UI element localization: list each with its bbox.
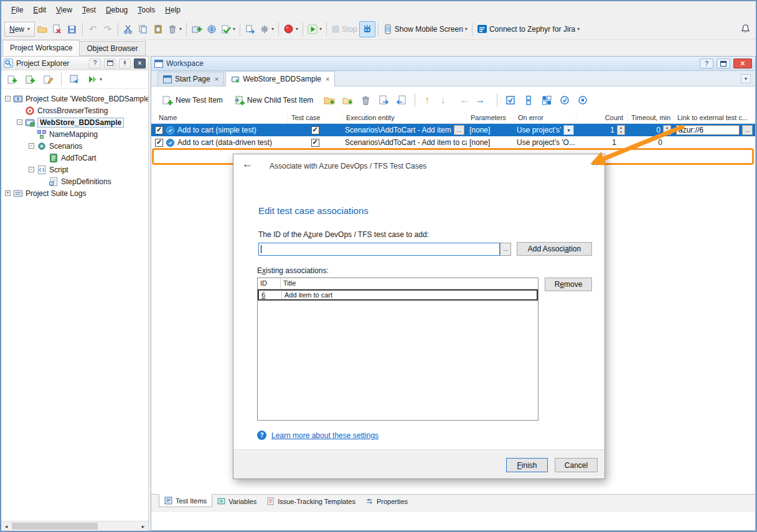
run-dropdown-caret[interactable]: ▾ — [319, 26, 322, 32]
close-tab-icon[interactable]: × — [326, 76, 329, 83]
learn-more-link[interactable]: Learn more about these settings — [271, 431, 378, 440]
collapse-icon[interactable]: - — [29, 143, 34, 149]
enabled-checkbox[interactable]: ✓ — [155, 126, 163, 134]
uncheck-selected-icon[interactable] — [575, 92, 590, 108]
collapse-icon[interactable]: - — [29, 167, 34, 172]
column-header-execution-entity[interactable]: Execution entity — [342, 113, 467, 123]
export-item-icon[interactable] — [376, 92, 391, 108]
table-row-selected[interactable]: ✓ Add to cart (simple test) ✓ Scenarios\… — [151, 124, 755, 136]
menu-tools[interactable]: Tools — [133, 3, 160, 17]
link-browse-button[interactable]: ... — [742, 125, 753, 135]
new-group-icon[interactable] — [322, 92, 337, 108]
new-button[interactable]: New ▾ — [4, 22, 35, 37]
external-link-input[interactable]: azur://6 — [676, 125, 740, 135]
menu-file[interactable]: File — [6, 3, 28, 17]
add-new-item-icon[interactable] — [4, 72, 19, 88]
test-case-id-input[interactable] — [258, 243, 500, 256]
on-error-dropdown[interactable]: ▾ — [563, 125, 574, 135]
column-header-parameters[interactable]: Parameters — [467, 113, 514, 123]
tree-item-stepdefinitions[interactable]: StepDefinitions — [1, 175, 148, 187]
tab-test-items[interactable]: Test Items — [159, 494, 212, 507]
associations-list[interactable]: ID Title 6 Add item to cart — [257, 278, 538, 421]
menu-edit[interactable]: Edit — [28, 3, 51, 17]
tab-object-browser[interactable]: Object Browser — [79, 41, 145, 56]
count-value[interactable]: 1 — [576, 136, 628, 149]
tree-item-script[interactable]: - Script — [1, 164, 148, 175]
column-header-link[interactable]: Link to external test c... — [674, 113, 755, 123]
parameters-value[interactable]: [none] — [467, 136, 514, 149]
remove-button[interactable]: Remove — [545, 278, 592, 291]
scroll-left-icon[interactable]: ◂ — [1, 521, 11, 531]
tab-project-workspace[interactable]: Project Workspace — [2, 40, 80, 56]
mobile-screen-button[interactable]: Show Mobile Screen ▾ — [381, 21, 469, 37]
redo-icon[interactable]: ↷ — [100, 21, 115, 37]
tab-issue-tracking-templates[interactable]: Issue-Tracking Templates — [261, 495, 360, 508]
expand-icon[interactable]: + — [5, 190, 11, 196]
column-header-id[interactable]: ID — [258, 278, 281, 289]
check-selected-icon[interactable] — [557, 92, 572, 108]
cut-icon[interactable] — [121, 21, 136, 37]
stop-button[interactable]: Stop — [329, 21, 359, 37]
back-icon[interactable]: ← — [242, 158, 253, 170]
count-spinner[interactable]: ▲▼ — [617, 125, 625, 135]
new-dropdown-caret[interactable]: ▾ — [27, 26, 30, 32]
paste-icon[interactable] — [151, 21, 166, 37]
new-child-test-item-button[interactable]: New Child Test Item — [232, 92, 319, 108]
menu-help[interactable]: Help — [160, 3, 186, 17]
column-header-on-error[interactable]: On error — [514, 113, 576, 123]
close-tab-icon[interactable]: × — [215, 76, 219, 83]
uncheck-all-icon[interactable] — [521, 92, 536, 108]
browse-ellipsis-button[interactable]: ... — [454, 125, 464, 135]
add-association-button[interactable]: Add Association — [517, 242, 592, 256]
checkpoint-icon[interactable]: ▾ — [219, 21, 237, 37]
undo-icon[interactable]: ↶ — [85, 21, 100, 37]
pin-icon[interactable] — [119, 58, 131, 68]
test-case-checkbox[interactable]: ✓ — [311, 126, 319, 134]
collapse-icon[interactable]: - — [17, 119, 22, 125]
execution-entity-value[interactable]: Scenarios\AddToCart - Add item to cart .… — [342, 136, 467, 149]
dialog-close-icon[interactable]: × — [592, 157, 598, 168]
mobile-dropdown-caret[interactable]: ▾ — [465, 26, 468, 32]
delete-dropdown-caret[interactable]: ▾ — [179, 26, 182, 32]
zephyr-connect-button[interactable]: Connect to Zephyr for Jira ▾ — [475, 21, 581, 37]
new-child-group-icon[interactable] — [340, 92, 355, 108]
tree-item-project[interactable]: - WebStore_BDDSample — [1, 116, 148, 128]
on-error-value[interactable]: Use project's 'O... — [514, 136, 576, 149]
close-file-icon[interactable] — [50, 21, 65, 37]
add-existing-item-icon[interactable] — [22, 72, 37, 88]
count-value[interactable]: 1 — [610, 126, 614, 134]
association-row-selected[interactable]: 6 Add item to cart — [258, 289, 538, 301]
delete-icon[interactable]: ▾ — [166, 21, 184, 37]
run-icon[interactable]: ▾ — [306, 21, 324, 37]
collapse-icon[interactable]: - — [5, 96, 11, 101]
enabled-checkbox[interactable]: ✓ — [155, 139, 163, 147]
external-link-value[interactable] — [674, 136, 755, 149]
check-all-icon[interactable] — [503, 92, 518, 108]
copy-icon[interactable] — [136, 21, 151, 37]
tree-item-crossbrowsertesting[interactable]: CrossBrowserTesting — [1, 105, 148, 116]
tab-variables[interactable]: Variables — [212, 495, 261, 508]
move-down-icon[interactable]: ↓ — [436, 95, 449, 106]
menu-view[interactable]: View — [51, 3, 77, 17]
edit-item-icon[interactable] — [40, 72, 55, 88]
zephyr-dropdown-caret[interactable]: ▾ — [577, 26, 580, 32]
timeout-spinner[interactable]: ▲▼ — [663, 125, 671, 135]
save-all-icon[interactable] — [65, 21, 80, 37]
virtual-browsers-icon[interactable] — [359, 21, 375, 37]
move-right-icon[interactable]: → — [474, 95, 486, 106]
cancel-button[interactable]: Cancel — [555, 458, 598, 472]
panel-close-icon[interactable]: × — [134, 58, 146, 68]
copy-object-icon[interactable] — [243, 21, 258, 37]
add-test-item-icon[interactable] — [189, 21, 204, 37]
parameters-value[interactable]: [none] — [467, 124, 514, 136]
import-item-icon[interactable] — [394, 92, 409, 108]
document-list-dropdown[interactable]: ▾ — [741, 74, 751, 83]
menu-test[interactable]: Test — [77, 3, 101, 17]
workspace-close-icon[interactable]: × — [733, 58, 752, 68]
new-test-item-button[interactable]: New Test Item — [160, 92, 228, 108]
tab-webstore-bddsample[interactable]: WebStore_BDDSample × — [225, 71, 335, 86]
horizontal-scrollbar[interactable]: ◂ ▸ — [1, 521, 148, 531]
column-header-count[interactable]: Count — [576, 113, 628, 123]
column-header-title[interactable]: Title — [281, 278, 538, 289]
timeout-value[interactable]: 0 — [628, 136, 674, 149]
